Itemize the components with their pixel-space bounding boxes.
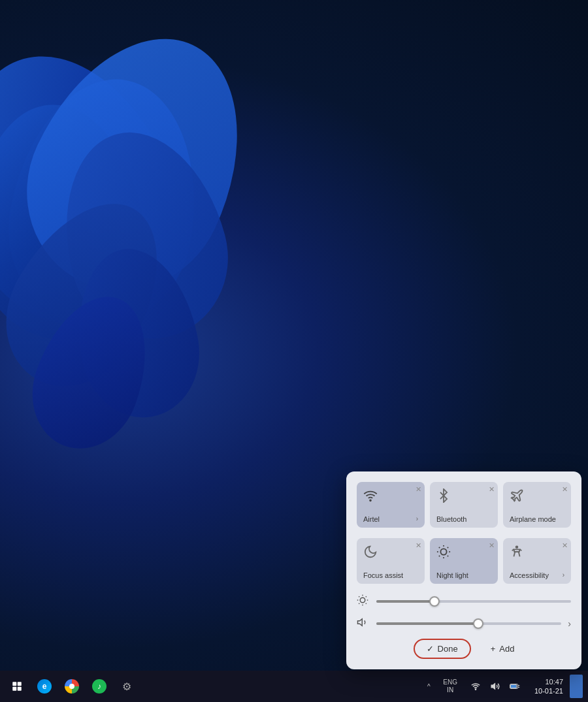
taskbar: e ♪ ⚙ ^ ENG IN	[0, 671, 588, 702]
svg-line-15	[366, 603, 367, 604]
language-indicator[interactable]: ENG IN	[440, 677, 460, 695]
desktop: ✕ Airtel › ✕	[0, 0, 588, 702]
brightness-fill	[376, 600, 434, 603]
system-tray-expand[interactable]: ^	[419, 677, 438, 695]
bluetooth-tile[interactable]: ✕ Bluetooth	[430, 482, 498, 528]
lang-text: ENG	[443, 678, 457, 686]
chrome-icon	[65, 679, 79, 694]
svg-rect-22	[18, 682, 22, 686]
quick-settings-grid-row2: ✕ Focus assist ✕	[357, 538, 571, 584]
brightness-track[interactable]	[376, 600, 571, 603]
focus-assist-tile[interactable]: ✕ Focus assist	[357, 538, 425, 584]
svg-rect-24	[18, 687, 22, 691]
svg-point-25	[475, 689, 476, 690]
volume-arrow[interactable]: ›	[568, 618, 571, 629]
add-button[interactable]: + Add	[491, 644, 515, 654]
svg-point-1	[440, 549, 446, 554]
night-light-label: Night light	[436, 571, 491, 580]
airplane-icon	[510, 488, 564, 506]
brightness-slider-row	[357, 594, 571, 609]
svg-line-9	[448, 547, 448, 548]
svg-line-5	[448, 556, 448, 556]
edge-button[interactable]: e	[33, 675, 56, 698]
airplane-label: Airplane mode	[510, 515, 564, 524]
svg-marker-20	[358, 619, 363, 626]
system-clock[interactable]: 10:47 10-01-21	[531, 676, 567, 697]
svg-line-8	[439, 556, 440, 556]
clock-time: 10:47	[534, 677, 563, 686]
volume-fill	[376, 622, 478, 625]
brightness-thumb[interactable]	[429, 596, 440, 607]
svg-rect-23	[12, 687, 16, 691]
svg-marker-26	[491, 684, 495, 689]
tray-volume-icon	[486, 677, 504, 695]
pin-icon: ✕	[416, 541, 421, 550]
system-tray[interactable]	[463, 676, 528, 697]
wifi-label: Airtel	[363, 515, 418, 524]
wifi-tile[interactable]: ✕ Airtel ›	[357, 482, 425, 528]
accessibility-arrow: ›	[563, 571, 564, 579]
svg-point-0	[370, 500, 371, 501]
brightness-icon	[436, 545, 491, 562]
wifi-arrow: ›	[416, 515, 418, 522]
svg-line-14	[359, 596, 359, 597]
pin-icon: ✕	[562, 541, 568, 550]
clock-date: 10-01-21	[534, 686, 563, 695]
moon-icon	[363, 545, 418, 562]
svg-line-19	[366, 596, 367, 597]
quick-settings-actions: ✓ Done + Add	[357, 639, 571, 659]
taskbar-left: e ♪ ⚙	[5, 675, 139, 698]
add-label: Add	[499, 644, 514, 654]
accessibility-icon	[510, 545, 564, 562]
bluetooth-icon	[436, 488, 491, 506]
settings-button[interactable]: ⚙	[115, 675, 139, 698]
volume-slider-row: ›	[357, 616, 571, 631]
tray-battery-icon	[506, 677, 524, 695]
wifi-icon	[363, 488, 418, 506]
svg-rect-30	[510, 684, 516, 688]
settings-icon: ⚙	[120, 679, 134, 694]
volume-thumb[interactable]	[473, 618, 483, 629]
chevron-up-icon: ^	[427, 683, 431, 690]
airplane-tile[interactable]: ✕ Airplane mode	[503, 482, 571, 528]
volume-track[interactable]	[376, 622, 561, 625]
done-label: Done	[438, 644, 458, 654]
edge-icon: e	[37, 679, 52, 694]
pin-icon: ✕	[489, 541, 495, 550]
notification-area[interactable]	[570, 675, 583, 698]
svg-point-11	[360, 598, 365, 603]
tray-wifi-icon	[466, 677, 485, 695]
bluetooth-label: Bluetooth	[436, 515, 491, 524]
done-button[interactable]: ✓ Done	[414, 639, 471, 659]
pin-icon: ✕	[562, 485, 568, 494]
pin-icon: ✕	[489, 485, 495, 494]
checkmark-icon: ✓	[427, 644, 434, 654]
chrome-button[interactable]	[60, 675, 84, 698]
plus-icon: +	[491, 644, 496, 654]
svg-line-18	[359, 603, 359, 604]
accessibility-label: Accessibility	[510, 571, 564, 580]
svg-point-10	[516, 546, 518, 548]
start-button[interactable]	[5, 675, 29, 698]
speaker-icon	[357, 616, 370, 631]
night-light-tile[interactable]: ✕ Night light	[430, 538, 498, 584]
lang-sub-text: IN	[443, 686, 457, 694]
svg-rect-21	[12, 682, 16, 686]
spotify-button[interactable]: ♪	[88, 675, 111, 698]
quick-settings-grid-row1: ✕ Airtel › ✕	[357, 482, 571, 528]
pin-icon: ✕	[416, 485, 421, 494]
sun-icon	[357, 594, 370, 609]
taskbar-right: ^ ENG IN	[419, 675, 583, 698]
focus-label: Focus assist	[363, 571, 418, 580]
spotify-icon: ♪	[92, 679, 106, 694]
accessibility-tile[interactable]: ✕ Accessibility ›	[503, 538, 571, 584]
svg-line-4	[439, 547, 440, 548]
quick-settings-panel: ✕ Airtel › ✕	[346, 471, 581, 669]
